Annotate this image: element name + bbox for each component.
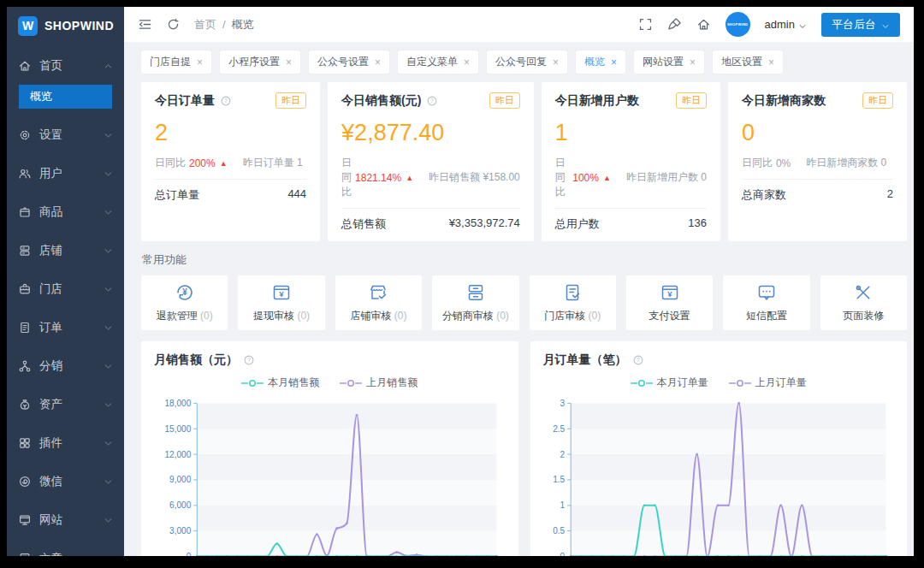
fullscreen-icon[interactable] (638, 17, 653, 32)
platform-backend-button[interactable]: 平台后台 (821, 13, 900, 37)
withdraw-icon: ¥ (271, 282, 292, 303)
legend-item[interactable]: 本月订单量 (631, 376, 708, 390)
legend-item[interactable]: 上月销售额 (340, 376, 418, 390)
close-icon[interactable]: × (286, 57, 292, 68)
quick-action-label: 短信配置 (746, 309, 787, 323)
stat-compare-row: 日同比0%昨日新增商家数 0 (742, 156, 893, 179)
yesterday-badge[interactable]: 昨日 (862, 92, 893, 109)
refresh-icon[interactable] (166, 17, 181, 32)
article-icon (18, 552, 32, 557)
close-icon[interactable]: × (197, 57, 203, 68)
chevron-down-icon (104, 399, 113, 409)
breadcrumb-item[interactable]: 首页 (194, 17, 216, 33)
help-icon: ? (243, 354, 255, 366)
close-icon[interactable]: × (553, 57, 559, 68)
close-icon[interactable]: × (690, 57, 696, 68)
chart-title: 月订单量（笔） (543, 352, 627, 368)
stat-card-today-sales: 今日销售额(元)?昨日¥2,877.40日同比1821.14%▲昨日销售额 ¥1… (328, 82, 534, 241)
tab-mp-settings[interactable]: 公众号设置× (309, 50, 389, 74)
legend-marker (729, 379, 751, 388)
tab-site-settings[interactable]: 网站设置× (634, 50, 704, 74)
user-menu[interactable]: admin (765, 18, 807, 31)
chevron-down-icon (104, 130, 113, 139)
sidebar-item-asset[interactable]: 资产 (7, 385, 124, 423)
close-icon[interactable]: × (611, 57, 617, 68)
sidebar-item-website[interactable]: 网站 (7, 500, 124, 539)
quick-action-store-audit[interactable]: 门店审核 (0) (530, 275, 616, 330)
yesterday-badge[interactable]: 昨日 (676, 92, 707, 109)
svg-text:?: ? (637, 357, 640, 363)
stat-card-footer: 总商家数2 (742, 179, 893, 207)
quick-action-refund[interactable]: ¥退款管理 (0) (141, 275, 228, 330)
help-icon: ? (426, 95, 438, 107)
total-value: ¥3,353,972.74 (449, 216, 520, 232)
sidebar-item-article[interactable]: 文章 (7, 539, 124, 556)
stat-card-header: 今日销售额(元)?昨日 (341, 92, 520, 109)
svg-text:15,000: 15,000 (165, 424, 192, 434)
tab-store-pickup[interactable]: 门店自提× (141, 50, 211, 74)
tab-miniprogram-settings[interactable]: 小程序设置× (220, 50, 300, 74)
sidebar-item-distribution[interactable]: 分销 (7, 346, 124, 385)
sidebar-item-home[interactable]: 首页 (7, 46, 124, 85)
sidebar-item-store[interactable]: 门店 (7, 269, 124, 308)
tab-overview[interactable]: 概览× (576, 50, 625, 74)
plugin-icon (18, 436, 32, 450)
tab-mp-reply[interactable]: 公众号回复× (487, 50, 567, 74)
sidebar-item-order[interactable]: 订单 (7, 308, 124, 346)
stat-card-today-new-merchants: 今日新增商家数昨日0日同比0%昨日新增商家数 0总商家数2 (728, 82, 907, 241)
compare-value: 1821.14% (355, 172, 401, 184)
quick-action-distributor-audit[interactable]: 分销商审核 (0) (432, 275, 518, 330)
legend-item[interactable]: 上月订单量 (729, 376, 807, 390)
quick-action-page-decorate[interactable]: 页面装修 (820, 275, 907, 330)
yesterday-badge[interactable]: 昨日 (489, 92, 520, 109)
quick-action-withdraw-audit[interactable]: ¥提现审核 (0) (238, 275, 324, 330)
quick-action-sms-config[interactable]: 短信配置 (723, 275, 809, 330)
chevron-down-icon (104, 207, 113, 216)
stat-card-title: 今日销售额(元) (341, 93, 421, 109)
quick-action-shop-audit[interactable]: 店铺审核 (0) (335, 275, 422, 330)
quick-action-count: (0) (589, 310, 601, 322)
sidebar-item-label: 插件 (39, 435, 62, 451)
sidebar-item-shop[interactable]: 店铺 (7, 231, 124, 269)
svg-text:1: 1 (560, 500, 565, 510)
sidebar-item-plugin[interactable]: 插件 (7, 423, 124, 462)
chart-title: 月销售额（元） (154, 352, 238, 368)
sidebar-subitem-overview[interactable]: 概览 (19, 85, 112, 109)
sidebar-item-wechat[interactable]: 微信 (7, 462, 124, 500)
website-icon (18, 513, 32, 527)
menu-fold-icon[interactable] (138, 17, 152, 32)
brush-icon[interactable] (667, 17, 682, 32)
quick-action-count: (0) (496, 310, 509, 322)
chevron-down-icon (104, 438, 113, 447)
sidebar-item-users[interactable]: 用户 (7, 154, 124, 192)
tab-custom-menu[interactable]: 自定义菜单× (398, 50, 478, 74)
chevron-down-icon (104, 169, 113, 178)
chevron-down-icon (104, 322, 113, 332)
logo-mark: W (18, 16, 38, 36)
stat-value: 2 (155, 120, 306, 146)
yesterday-badge[interactable]: 昨日 (275, 92, 306, 109)
chevron-down-icon (104, 476, 113, 486)
sidebar-item-settings[interactable]: 设置 (7, 115, 124, 154)
stat-compare-row: 日同比200%▲昨日订单量 1 (155, 156, 306, 179)
tab-region-settings[interactable]: 地区设置× (713, 50, 783, 74)
compare-label: 日同比 (341, 156, 352, 199)
quick-action-label: 分销商审核 (0) (442, 309, 509, 323)
stat-card-footer: 总销售额¥3,353,972.74 (341, 208, 520, 236)
quick-action-payment-settings[interactable]: ¥支付设置 (626, 275, 713, 330)
home-shortcut-icon[interactable] (696, 17, 711, 32)
chevron-down-icon (104, 553, 113, 556)
sidebar-item-goods[interactable]: 商品 (7, 192, 124, 231)
breadcrumb-item[interactable]: 概览 (232, 17, 254, 33)
legend-label: 本月订单量 (657, 376, 708, 390)
legend-item[interactable]: 本月销售额 (241, 376, 319, 390)
svg-text:?: ? (247, 357, 251, 363)
close-icon[interactable]: × (768, 57, 774, 68)
close-icon[interactable]: × (464, 57, 470, 68)
quick-action-label: 页面装修 (843, 309, 884, 323)
svg-text:?: ? (430, 98, 434, 104)
yesterday-value: 昨日新增用户数 0 (626, 170, 707, 185)
close-icon[interactable]: × (375, 57, 381, 68)
sidebar-item-label: 商品 (39, 204, 62, 220)
avatar[interactable]: SHOPWIND (726, 12, 750, 37)
